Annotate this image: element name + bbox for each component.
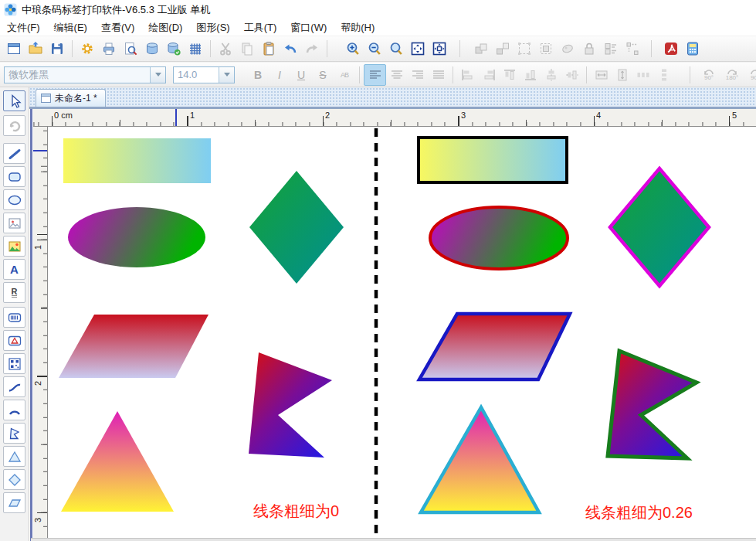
fit-window-button[interactable] — [429, 39, 450, 59]
cut-button[interactable] — [215, 39, 236, 59]
save-button[interactable] — [46, 39, 68, 59]
rounded-rect-tool-button[interactable] — [3, 166, 25, 187]
align-top-edges-button[interactable] — [499, 65, 520, 85]
database-connect-button[interactable] — [163, 39, 185, 59]
left-annotation-text[interactable]: 线条粗细为0 — [253, 501, 339, 522]
group-button[interactable] — [470, 39, 492, 59]
diamond-tool-button[interactable] — [3, 469, 25, 490]
picture-tool-button[interactable] — [3, 236, 25, 257]
polygon-tool-button[interactable] — [3, 423, 25, 444]
rich-text-tool-button[interactable]: R — [3, 282, 25, 303]
new-document-button[interactable] — [3, 39, 25, 59]
pdf-export-button[interactable] — [660, 39, 682, 59]
grid-settings-button[interactable] — [185, 39, 206, 59]
database-button[interactable] — [141, 39, 163, 59]
shape-diamond-noborder[interactable] — [249, 171, 344, 284]
font-family-select[interactable]: 微软雅黑 — [4, 66, 166, 83]
line-tool-button[interactable] — [3, 143, 25, 164]
shape-rectangle-noborder[interactable] — [63, 138, 211, 183]
align-right-edges-button[interactable] — [478, 65, 499, 85]
vruler-label-2: 2 — [33, 378, 42, 389]
barcode-tool-button[interactable] — [3, 307, 25, 328]
print-preview-button[interactable] — [120, 39, 141, 59]
underline-button[interactable]: U — [290, 65, 312, 85]
text-align-center-button[interactable] — [386, 65, 407, 85]
shape-ellipse-noborder[interactable] — [68, 207, 205, 267]
align-options-button[interactable] — [600, 39, 622, 59]
bold-button[interactable]: B — [247, 65, 269, 85]
format-painter-button[interactable] — [557, 39, 578, 59]
parallelogram-tool-button[interactable] — [3, 492, 25, 513]
align-center-horizontal-button[interactable] — [541, 65, 561, 85]
menu-edit[interactable]: 编辑(E) — [47, 21, 94, 35]
shape-flag-noborder[interactable] — [249, 352, 332, 458]
menu-file[interactable]: 文件(F) — [0, 21, 47, 35]
italic-button[interactable]: I — [269, 65, 290, 85]
menu-window[interactable]: 窗口(W) — [283, 21, 334, 35]
equal-height-button[interactable] — [612, 65, 632, 85]
chevron-down-icon[interactable] — [219, 67, 234, 83]
superscript-button[interactable]: AB — [334, 65, 355, 85]
chevron-down-icon[interactable] — [150, 67, 165, 83]
shape-parallelogram-noborder[interactable] — [59, 315, 208, 378]
paste-button[interactable] — [258, 39, 280, 59]
shape-triangle-noborder[interactable] — [61, 411, 174, 512]
shape-flag-border[interactable] — [608, 351, 697, 458]
document-tab[interactable]: 未命名-1 * — [36, 89, 106, 107]
distribute-button[interactable] — [622, 39, 643, 59]
deselect-button[interactable] — [535, 39, 557, 59]
arc-tool-button[interactable] — [3, 400, 25, 420]
ungroup-button[interactable] — [492, 39, 514, 59]
print-button[interactable] — [98, 39, 120, 59]
strikethrough-button[interactable]: S — [312, 65, 334, 85]
text-align-justify-button[interactable] — [428, 65, 449, 85]
font-size-select[interactable]: 14.0 — [173, 66, 235, 83]
open-button[interactable] — [25, 39, 46, 59]
ellipse-tool-button[interactable] — [3, 189, 25, 210]
text-align-left-button[interactable] — [364, 64, 386, 86]
align-left-edges-button[interactable] — [457, 65, 478, 85]
select-tool-button[interactable] — [3, 90, 25, 111]
rotate-180-button[interactable]: 180° — [720, 65, 744, 85]
equal-width-button[interactable] — [591, 65, 612, 85]
zoom-out-button[interactable] — [364, 39, 385, 59]
zoom-in-button[interactable] — [342, 39, 364, 59]
equal-hspacing-button[interactable] — [632, 65, 653, 85]
copy-button[interactable] — [236, 39, 258, 59]
menu-view[interactable]: 查看(V) — [94, 21, 141, 35]
redo-button[interactable] — [301, 39, 323, 59]
shape-ellipse-border[interactable] — [430, 207, 568, 269]
zoom-tool-button[interactable] — [385, 39, 407, 59]
triangle-tool-button[interactable] — [3, 446, 25, 467]
pdf417-tool-button[interactable] — [3, 330, 25, 351]
text-tool-button[interactable]: A — [3, 259, 25, 280]
rotate-270-button[interactable]: 90° — [744, 65, 756, 85]
align-center-vertical-button[interactable] — [561, 65, 582, 85]
align-left-icon — [369, 70, 381, 80]
rotate-90-button[interactable]: 90° — [697, 65, 720, 85]
qrcode-tool-button[interactable] — [3, 353, 25, 374]
settings-button[interactable] — [76, 39, 98, 59]
text-align-right-button[interactable] — [407, 65, 428, 85]
menu-tools[interactable]: 工具(T) — [237, 21, 284, 35]
lock-button[interactable] — [578, 39, 600, 59]
menu-shape[interactable]: 图形(S) — [189, 21, 236, 35]
shape-rectangle-border[interactable] — [419, 138, 567, 182]
data-calculator-button[interactable] — [682, 39, 703, 59]
image-frame-tool-button[interactable] — [3, 213, 25, 233]
select-all-button[interactable] — [514, 39, 535, 59]
shape-triangle-border[interactable] — [421, 407, 539, 512]
equal-vspacing-button[interactable] — [653, 65, 674, 85]
pdf-icon — [663, 41, 679, 56]
rotate-tool-button[interactable] — [3, 115, 25, 136]
align-bottom-edges-button[interactable] — [520, 65, 541, 85]
right-annotation-text[interactable]: 线条粗细为0.26 — [585, 502, 693, 523]
curve-tool-button[interactable] — [3, 376, 25, 397]
fit-selection-button[interactable] — [407, 39, 429, 59]
shape-parallelogram-border[interactable] — [419, 314, 570, 379]
shape-diamond-border[interactable] — [610, 168, 709, 286]
menu-help[interactable]: 帮助(H) — [334, 21, 381, 35]
design-canvas[interactable]: 线条粗细为0 线条粗细为0.26 — [48, 127, 756, 541]
undo-button[interactable] — [280, 39, 301, 59]
menu-draw[interactable]: 绘图(D) — [141, 21, 189, 35]
